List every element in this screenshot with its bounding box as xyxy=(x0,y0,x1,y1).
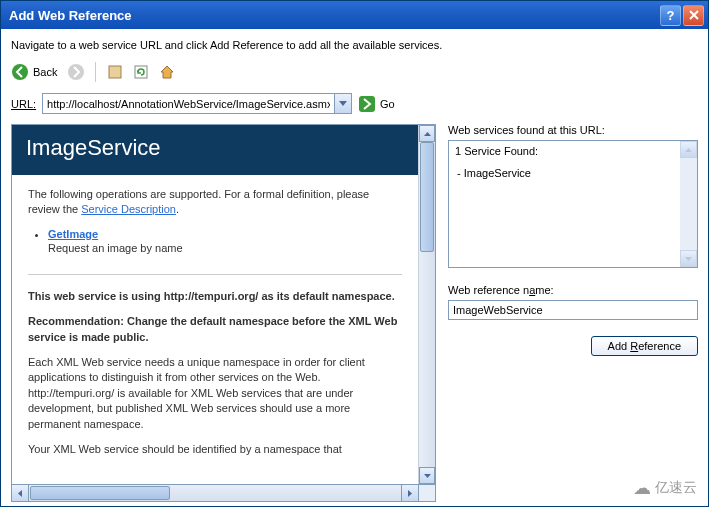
operation-item: GetImage Request an image by name xyxy=(48,228,402,254)
watermark-text: 亿速云 xyxy=(655,479,697,497)
go-label: Go xyxy=(380,98,395,110)
scroll-corner xyxy=(419,485,436,502)
svg-rect-2 xyxy=(109,66,121,78)
service-browser-pane: ImageService The following operations ar… xyxy=(11,124,436,485)
namespace-warning: This web service is using http://tempuri… xyxy=(28,290,395,302)
divider xyxy=(28,274,402,275)
service-count: 1 Service Found: xyxy=(455,145,691,157)
list-scroll-up xyxy=(680,141,697,158)
url-dropdown-button[interactable] xyxy=(334,94,351,113)
help-button[interactable]: ? xyxy=(660,5,681,26)
reference-name-label: Web reference name: xyxy=(448,284,698,296)
vertical-scrollbar[interactable] xyxy=(418,125,435,484)
watermark-icon: ☁ xyxy=(633,477,651,499)
services-found-label: Web services found at this URL: xyxy=(448,124,698,136)
scroll-down-arrow[interactable] xyxy=(419,467,435,484)
refresh-button[interactable] xyxy=(130,61,152,83)
scroll-left-arrow[interactable] xyxy=(12,485,29,501)
home-button[interactable] xyxy=(156,61,178,83)
scroll-right-arrow[interactable] xyxy=(401,485,418,501)
close-button[interactable] xyxy=(683,5,704,26)
toolbar-separator xyxy=(95,62,96,82)
list-scrollbar xyxy=(680,141,697,267)
svg-rect-3 xyxy=(135,66,147,78)
svg-point-1 xyxy=(68,64,84,80)
back-button[interactable]: Back xyxy=(11,61,61,83)
reference-name-input[interactable] xyxy=(448,300,698,320)
service-description-link[interactable]: Service Description xyxy=(81,203,176,215)
service-intro: The following operations are supported. … xyxy=(28,187,402,218)
service-header: ImageService xyxy=(12,125,418,175)
scroll-thumb[interactable] xyxy=(420,142,434,252)
nav-toolbar: Back xyxy=(11,61,698,83)
operation-description: Request an image by name xyxy=(48,242,402,254)
operation-link[interactable]: GetImage xyxy=(48,228,98,240)
service-list-item[interactable]: - ImageService xyxy=(457,167,691,179)
svg-rect-4 xyxy=(359,96,375,112)
instruction-text: Navigate to a web service URL and click … xyxy=(11,39,698,51)
horizontal-scrollbar[interactable] xyxy=(11,485,419,502)
scroll-up-arrow[interactable] xyxy=(419,125,435,142)
add-reference-button[interactable]: Add Reference xyxy=(591,336,698,356)
recommendation-text: Recommendation: Change the default names… xyxy=(28,315,397,342)
stop-button[interactable] xyxy=(104,61,126,83)
namespace-detail: Each XML Web service needs a unique name… xyxy=(28,355,402,432)
url-input[interactable] xyxy=(43,94,334,113)
services-list[interactable]: 1 Service Found: - ImageService xyxy=(448,140,698,268)
operations-list: GetImage Request an image by name xyxy=(48,228,402,254)
window-title: Add Web Reference xyxy=(9,8,660,23)
forward-button[interactable] xyxy=(65,61,87,83)
namespace-detail-2: Your XML Web service should be identifie… xyxy=(28,442,402,457)
titlebar: Add Web Reference ? xyxy=(1,1,708,29)
watermark: ☁ 亿速云 xyxy=(633,477,697,499)
back-label: Back xyxy=(33,66,57,78)
go-button[interactable]: Go xyxy=(358,95,395,113)
list-scroll-down xyxy=(680,250,697,267)
url-label: URL: xyxy=(11,98,36,110)
hscroll-thumb[interactable] xyxy=(30,486,170,500)
svg-point-0 xyxy=(12,64,28,80)
